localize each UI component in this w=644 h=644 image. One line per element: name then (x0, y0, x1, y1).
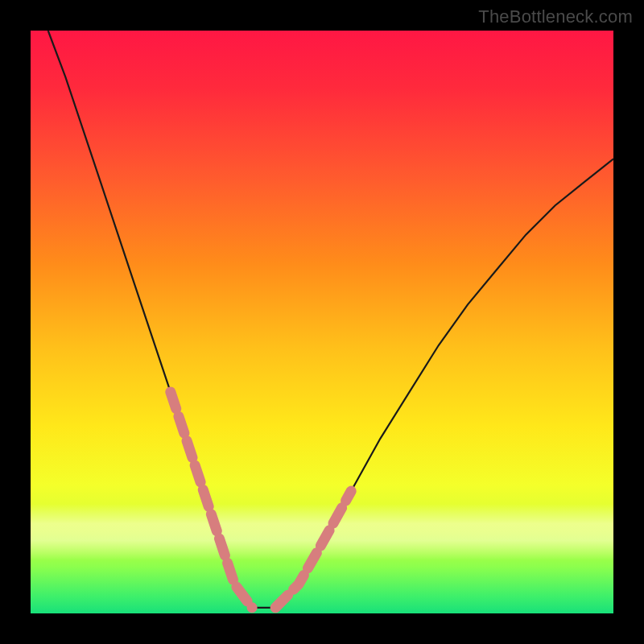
plot-area (31, 31, 613, 613)
chart-frame: TheBottleneck.com (0, 0, 644, 644)
highlight-right (275, 491, 351, 608)
curve-layer (31, 31, 613, 613)
highlight-left (171, 392, 252, 608)
watermark-text: TheBottleneck.com (478, 6, 633, 27)
